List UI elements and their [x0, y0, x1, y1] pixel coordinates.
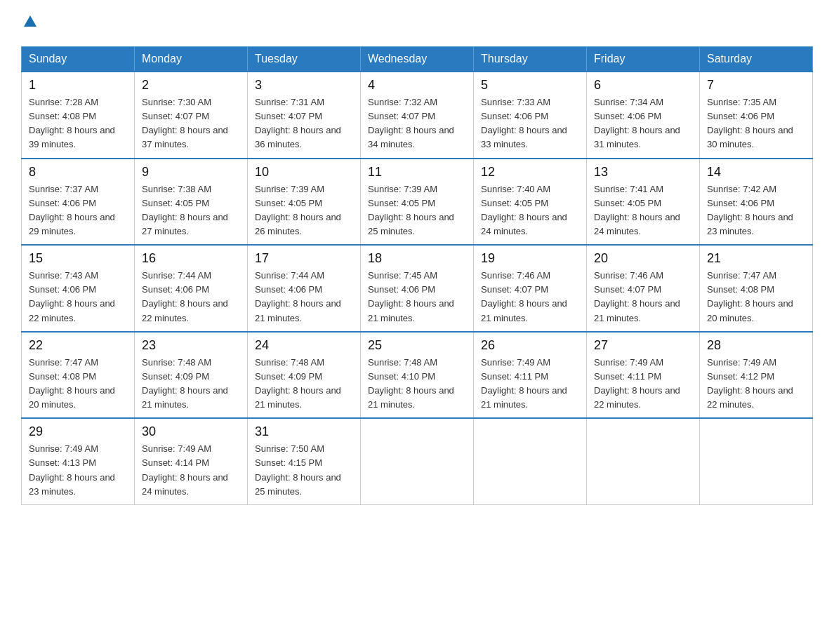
day-number: 7 [707, 78, 805, 93]
col-monday: Monday [135, 47, 248, 72]
calendar-cell: 22 Sunrise: 7:47 AMSunset: 4:08 PMDaylig… [22, 332, 135, 419]
col-wednesday: Wednesday [361, 47, 474, 72]
calendar-cell: 9 Sunrise: 7:38 AMSunset: 4:05 PMDayligh… [135, 159, 248, 246]
day-number: 5 [481, 78, 579, 93]
day-info: Sunrise: 7:50 AMSunset: 4:15 PMDaylight:… [255, 443, 341, 496]
day-info: Sunrise: 7:39 AMSunset: 4:05 PMDaylight:… [368, 184, 454, 236]
day-number: 17 [255, 251, 353, 266]
day-info: Sunrise: 7:28 AMSunset: 4:08 PMDaylight:… [29, 97, 115, 149]
day-info: Sunrise: 7:39 AMSunset: 4:05 PMDaylight:… [255, 184, 341, 236]
calendar-cell: 29 Sunrise: 7:49 AMSunset: 4:13 PMDaylig… [22, 418, 135, 504]
day-number: 11 [368, 165, 466, 180]
day-number: 8 [29, 165, 127, 180]
day-number: 9 [142, 165, 240, 180]
calendar-cell: 31 Sunrise: 7:50 AMSunset: 4:15 PMDaylig… [248, 418, 361, 504]
calendar-cell [700, 418, 813, 504]
day-number: 23 [142, 338, 240, 353]
day-number: 30 [142, 424, 240, 439]
calendar-week-row: 1 Sunrise: 7:28 AMSunset: 4:08 PMDayligh… [22, 72, 813, 159]
day-info: Sunrise: 7:32 AMSunset: 4:07 PMDaylight:… [368, 97, 454, 149]
day-info: Sunrise: 7:46 AMSunset: 4:07 PMDaylight:… [481, 270, 567, 323]
calendar-week-row: 22 Sunrise: 7:47 AMSunset: 4:08 PMDaylig… [22, 332, 813, 419]
calendar-cell: 11 Sunrise: 7:39 AMSunset: 4:05 PMDaylig… [361, 159, 474, 246]
calendar-cell: 20 Sunrise: 7:46 AMSunset: 4:07 PMDaylig… [587, 245, 700, 332]
day-number: 28 [707, 338, 805, 353]
day-number: 29 [29, 424, 127, 439]
calendar-cell: 7 Sunrise: 7:35 AMSunset: 4:06 PMDayligh… [700, 72, 813, 159]
calendar-cell: 28 Sunrise: 7:49 AMSunset: 4:12 PMDaylig… [700, 332, 813, 419]
day-info: Sunrise: 7:43 AMSunset: 4:06 PMDaylight:… [29, 270, 115, 323]
svg-marker-0 [24, 15, 37, 27]
calendar-cell: 19 Sunrise: 7:46 AMSunset: 4:07 PMDaylig… [474, 245, 587, 332]
calendar-cell: 21 Sunrise: 7:47 AMSunset: 4:08 PMDaylig… [700, 245, 813, 332]
calendar-cell: 18 Sunrise: 7:45 AMSunset: 4:06 PMDaylig… [361, 245, 474, 332]
calendar-cell [587, 418, 700, 504]
calendar-cell: 25 Sunrise: 7:48 AMSunset: 4:10 PMDaylig… [361, 332, 474, 419]
calendar-header-row: Sunday Monday Tuesday Wednesday Thursday… [22, 47, 813, 72]
day-info: Sunrise: 7:38 AMSunset: 4:05 PMDaylight:… [142, 184, 228, 236]
calendar-cell: 8 Sunrise: 7:37 AMSunset: 4:06 PMDayligh… [22, 159, 135, 246]
calendar-cell: 2 Sunrise: 7:30 AMSunset: 4:07 PMDayligh… [135, 72, 248, 159]
day-number: 1 [29, 78, 127, 93]
col-tuesday: Tuesday [248, 47, 361, 72]
calendar-cell: 5 Sunrise: 7:33 AMSunset: 4:06 PMDayligh… [474, 72, 587, 159]
day-number: 2 [142, 78, 240, 93]
day-info: Sunrise: 7:49 AMSunset: 4:11 PMDaylight:… [594, 357, 680, 410]
day-info: Sunrise: 7:34 AMSunset: 4:06 PMDaylight:… [594, 97, 680, 149]
day-number: 27 [594, 338, 692, 353]
calendar-week-row: 29 Sunrise: 7:49 AMSunset: 4:13 PMDaylig… [22, 418, 813, 504]
day-number: 31 [255, 424, 353, 439]
calendar-cell: 24 Sunrise: 7:48 AMSunset: 4:09 PMDaylig… [248, 332, 361, 419]
day-info: Sunrise: 7:42 AMSunset: 4:06 PMDaylight:… [707, 184, 793, 236]
calendar-week-row: 8 Sunrise: 7:37 AMSunset: 4:06 PMDayligh… [22, 159, 813, 246]
day-info: Sunrise: 7:41 AMSunset: 4:05 PMDaylight:… [594, 184, 680, 236]
calendar-cell: 3 Sunrise: 7:31 AMSunset: 4:07 PMDayligh… [248, 72, 361, 159]
day-number: 12 [481, 165, 579, 180]
logo-triangle-icon [22, 14, 38, 29]
day-info: Sunrise: 7:47 AMSunset: 4:08 PMDaylight:… [707, 270, 793, 323]
day-info: Sunrise: 7:35 AMSunset: 4:06 PMDaylight:… [707, 97, 793, 149]
day-info: Sunrise: 7:49 AMSunset: 4:12 PMDaylight:… [707, 357, 793, 410]
calendar-cell: 14 Sunrise: 7:42 AMSunset: 4:06 PMDaylig… [700, 159, 813, 246]
calendar-cell: 30 Sunrise: 7:49 AMSunset: 4:14 PMDaylig… [135, 418, 248, 504]
calendar-cell: 23 Sunrise: 7:48 AMSunset: 4:09 PMDaylig… [135, 332, 248, 419]
day-info: Sunrise: 7:47 AMSunset: 4:08 PMDaylight:… [29, 357, 115, 410]
day-number: 13 [594, 165, 692, 180]
day-number: 25 [368, 338, 466, 353]
calendar-cell: 10 Sunrise: 7:39 AMSunset: 4:05 PMDaylig… [248, 159, 361, 246]
calendar-cell [474, 418, 587, 504]
day-number: 21 [707, 251, 805, 266]
day-number: 19 [481, 251, 579, 266]
day-number: 3 [255, 78, 353, 93]
day-info: Sunrise: 7:37 AMSunset: 4:06 PMDaylight:… [29, 184, 115, 236]
day-number: 18 [368, 251, 466, 266]
day-info: Sunrise: 7:44 AMSunset: 4:06 PMDaylight:… [142, 270, 228, 323]
day-info: Sunrise: 7:30 AMSunset: 4:07 PMDaylight:… [142, 97, 228, 149]
calendar-cell: 1 Sunrise: 7:28 AMSunset: 4:08 PMDayligh… [22, 72, 135, 159]
calendar-cell: 15 Sunrise: 7:43 AMSunset: 4:06 PMDaylig… [22, 245, 135, 332]
calendar-cell: 12 Sunrise: 7:40 AMSunset: 4:05 PMDaylig… [474, 159, 587, 246]
day-number: 6 [594, 78, 692, 93]
calendar-cell: 17 Sunrise: 7:44 AMSunset: 4:06 PMDaylig… [248, 245, 361, 332]
day-number: 26 [481, 338, 579, 353]
day-number: 16 [142, 251, 240, 266]
col-sunday: Sunday [22, 47, 135, 72]
day-info: Sunrise: 7:40 AMSunset: 4:05 PMDaylight:… [481, 184, 567, 236]
calendar-cell: 26 Sunrise: 7:49 AMSunset: 4:11 PMDaylig… [474, 332, 587, 419]
calendar-cell: 16 Sunrise: 7:44 AMSunset: 4:06 PMDaylig… [135, 245, 248, 332]
col-friday: Friday [587, 47, 700, 72]
day-info: Sunrise: 7:48 AMSunset: 4:10 PMDaylight:… [368, 357, 454, 410]
calendar-week-row: 15 Sunrise: 7:43 AMSunset: 4:06 PMDaylig… [22, 245, 813, 332]
day-number: 20 [594, 251, 692, 266]
page-header [21, 14, 813, 32]
day-info: Sunrise: 7:48 AMSunset: 4:09 PMDaylight:… [255, 357, 341, 410]
calendar-cell [361, 418, 474, 504]
day-info: Sunrise: 7:49 AMSunset: 4:14 PMDaylight:… [142, 443, 228, 496]
day-number: 24 [255, 338, 353, 353]
day-info: Sunrise: 7:49 AMSunset: 4:13 PMDaylight:… [29, 443, 115, 496]
calendar-cell: 6 Sunrise: 7:34 AMSunset: 4:06 PMDayligh… [587, 72, 700, 159]
day-info: Sunrise: 7:44 AMSunset: 4:06 PMDaylight:… [255, 270, 341, 323]
calendar-cell: 27 Sunrise: 7:49 AMSunset: 4:11 PMDaylig… [587, 332, 700, 419]
day-info: Sunrise: 7:49 AMSunset: 4:11 PMDaylight:… [481, 357, 567, 410]
day-number: 15 [29, 251, 127, 266]
